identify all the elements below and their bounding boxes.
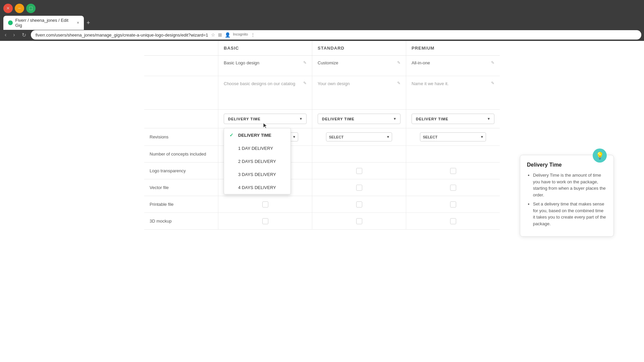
empty-header: [144, 41, 218, 55]
standard-delivery-label: DELIVERY TIME: [322, 117, 355, 121]
printable-file-label-cell: Printable file: [144, 196, 218, 213]
delivery-option-label-1: 1 DAY DELIVERY: [238, 146, 273, 151]
concepts-label: Number of concepts included: [150, 152, 206, 157]
back-btn[interactable]: ‹: [3, 31, 8, 39]
premium-desc-edit-icon[interactable]: ✎: [491, 81, 494, 85]
logo-transparency-label-cell: Logo transparency: [144, 163, 218, 179]
profile-icon: 👤: [225, 32, 230, 38]
premium-delivery-arrow-icon: ▾: [488, 117, 490, 121]
standard-transparency-cell: [312, 163, 406, 179]
standard-revisions-select[interactable]: SELECT ▾: [326, 132, 392, 141]
standard-vector-cell: [312, 179, 406, 196]
tooltip-lightbulb-icon: 💡: [593, 148, 607, 163]
standard-delivery-arrow-icon: ▾: [394, 117, 396, 121]
reload-btn[interactable]: ↻: [20, 31, 28, 40]
standard-printable-checkbox[interactable]: [356, 201, 362, 207]
standard-title-cell: Customize ✎: [312, 56, 406, 76]
basic-revisions-arrow-icon: ▾: [293, 135, 295, 139]
package-header-row: BASIC STANDARD PREMIUM: [144, 41, 500, 56]
delivery-time-tooltip: 💡 Delivery Time Delivery Time is the amo…: [520, 155, 614, 237]
menu-icon: ⋮: [251, 32, 255, 38]
premium-mockup-checkbox[interactable]: [450, 218, 456, 224]
concepts-row: Number of concepts included: [144, 146, 500, 163]
delivery-option-label-3: 3 DAYS DELIVERY: [238, 172, 276, 177]
premium-printable-cell: [406, 196, 500, 213]
premium-title-cell: All-in-one ✎: [406, 56, 500, 76]
premium-desc: Name it we have it.: [412, 81, 449, 87]
premium-revisions-arrow-icon: ▾: [481, 135, 483, 139]
standard-vector-checkbox[interactable]: [356, 185, 362, 191]
delivery-option-4[interactable]: 4 DAYS DELIVERY: [224, 181, 290, 194]
window-maximize-btn[interactable]: □: [26, 4, 36, 13]
dropdown-scroll[interactable]: ✓ DELIVERY TIME 1 DAY DELIVERY 2 DAYS DE…: [224, 128, 290, 194]
basic-delivery-dropdown[interactable]: DELIVERY TIME ▾: [224, 114, 307, 124]
standard-mockup-checkbox[interactable]: [356, 218, 362, 224]
standard-delivery-dropdown[interactable]: DELIVERY TIME ▾: [318, 114, 400, 124]
delivery-dropdown-menu: ✓ DELIVERY TIME 1 DAY DELIVERY 2 DAYS DE…: [224, 128, 291, 194]
standard-mockup-cell: [312, 213, 406, 229]
delivery-time-row: DELIVERY TIME ▾ ✓ DELIVERY TIME: [144, 110, 500, 128]
logo-transparency-row: Logo transparency: [144, 163, 500, 179]
tooltip-list: Delivery Time is the amount of time you …: [527, 172, 607, 227]
tab-title: Fiverr / sheena_jones / Edit Gig: [15, 18, 74, 28]
desc-label-cell: [144, 76, 218, 109]
basic-title-edit-icon[interactable]: ✎: [303, 60, 307, 65]
premium-delivery-dropdown[interactable]: DELIVERY TIME ▾: [412, 114, 494, 124]
window-controls: × − □: [3, 4, 36, 13]
premium-mockup-cell: [406, 213, 500, 229]
basic-delivery-label: DELIVERY TIME: [228, 117, 261, 121]
delivery-option-2[interactable]: 2 DAYS DELIVERY: [224, 155, 290, 168]
logo-transparency-label: Logo transparency: [150, 168, 186, 173]
standard-transparency-checkbox[interactable]: [356, 168, 362, 174]
bookmark-icon: ☆: [211, 32, 215, 38]
extension-icon: ⊞: [218, 32, 222, 38]
forward-btn[interactable]: ›: [11, 31, 17, 39]
premium-delivery-cell: DELIVERY TIME ▾: [406, 110, 500, 128]
standard-revisions-arrow-icon: ▾: [387, 135, 389, 139]
delivery-option-1[interactable]: 1 DAY DELIVERY: [224, 142, 290, 155]
premium-title: All-in-one: [412, 60, 430, 65]
tooltip-point-2: Set a delivery time that makes sense for…: [533, 201, 607, 227]
premium-desc-cell: Name it we have it. ✎: [406, 76, 500, 109]
printable-file-row: Printable file: [144, 196, 500, 213]
address-bar[interactable]: fiverr.com/users/sheena_jones/manage_gig…: [31, 30, 641, 40]
standard-desc: Your own design: [318, 81, 350, 87]
title-label-cell: [144, 56, 218, 76]
printable-file-label: Printable file: [150, 202, 174, 207]
basic-mockup-checkbox[interactable]: [262, 218, 268, 224]
basic-header: BASIC: [218, 41, 312, 55]
vector-file-label-cell: Vector file: [144, 179, 218, 196]
premium-revisions-select[interactable]: SELECT ▾: [420, 132, 486, 141]
premium-title-edit-icon[interactable]: ✎: [491, 60, 494, 65]
basic-delivery-cell: DELIVERY TIME ▾ ✓ DELIVERY TIME: [218, 110, 312, 128]
basic-printable-checkbox[interactable]: [262, 201, 268, 207]
main-area: BASIC STANDARD PREMIUM Basic Logo design…: [138, 41, 506, 362]
mockup-3d-label: 3D mockup: [150, 219, 172, 224]
premium-printable-checkbox[interactable]: [450, 201, 456, 207]
tab-favicon: [8, 20, 13, 25]
new-tab-btn[interactable]: +: [87, 19, 90, 26]
tooltip-icon-symbol: 💡: [596, 152, 604, 160]
package-title-row: Basic Logo design ✎ Customize ✎ All-in-o…: [144, 56, 500, 76]
mockup-3d-label-cell: 3D mockup: [144, 213, 218, 229]
standard-printable-cell: [312, 196, 406, 213]
window-close-btn[interactable]: ×: [3, 4, 13, 13]
premium-transparency-checkbox[interactable]: [450, 168, 456, 174]
premium-concepts-cell: [406, 146, 500, 162]
premium-revisions-value: SELECT: [423, 135, 437, 139]
vector-file-row: Vector file: [144, 179, 500, 196]
browser-chrome: × − □: [0, 0, 644, 17]
window-minimize-btn[interactable]: −: [15, 4, 24, 13]
standard-desc-edit-icon[interactable]: ✎: [397, 81, 400, 85]
delivery-option-3[interactable]: 3 DAYS DELIVERY: [224, 168, 290, 181]
url-text: fiverr.com/users/sheena_jones/manage_gig…: [36, 33, 208, 38]
basic-desc-edit-icon[interactable]: ✎: [303, 81, 307, 85]
package-desc-row: Choose basic designs on our catalog ✎ Yo…: [144, 76, 500, 110]
tooltip-point-1: Delivery Time is the amount of time you …: [533, 172, 607, 198]
premium-header: PREMIUM: [406, 41, 500, 55]
delivery-option-0[interactable]: ✓ DELIVERY TIME: [224, 128, 290, 142]
standard-title-edit-icon[interactable]: ✎: [397, 60, 400, 65]
active-tab[interactable]: Fiverr / sheena_jones / Edit Gig ×: [3, 16, 84, 30]
tab-close-btn[interactable]: ×: [77, 20, 79, 25]
premium-vector-checkbox[interactable]: [450, 185, 456, 191]
